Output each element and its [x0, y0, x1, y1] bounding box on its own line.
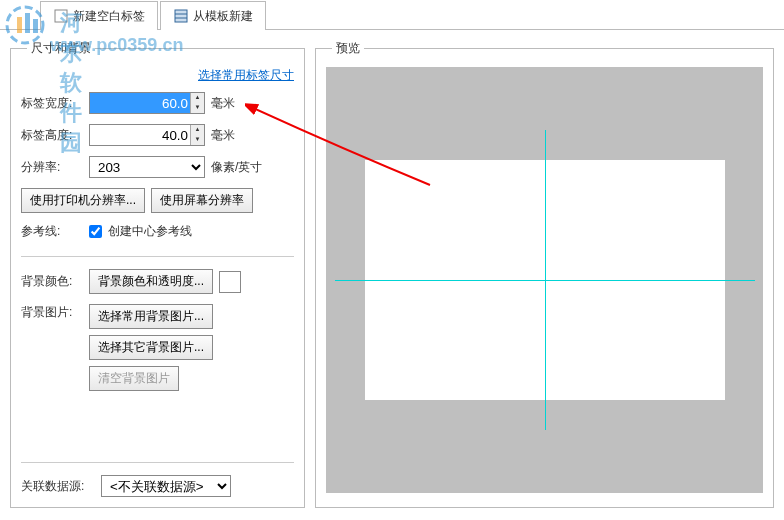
- width-spinner[interactable]: ▲▼: [190, 93, 204, 113]
- label-preview: [365, 160, 725, 400]
- tab-bar: 新建空白标签 从模板新建: [0, 0, 784, 30]
- spin-up-icon[interactable]: ▲: [190, 93, 204, 103]
- guide-cb-label: 创建中心参考线: [108, 223, 192, 240]
- tab-label: 从模板新建: [193, 8, 253, 25]
- dpi-select[interactable]: 203: [89, 156, 205, 178]
- spin-up-icon[interactable]: ▲: [190, 125, 204, 135]
- spin-down-icon[interactable]: ▼: [190, 103, 204, 113]
- height-spinner[interactable]: ▲▼: [190, 125, 204, 145]
- dpi-unit: 像素/英寸: [211, 159, 266, 176]
- bgimg-clear-button[interactable]: 清空背景图片: [89, 366, 179, 391]
- bgcolor-button[interactable]: 背景颜色和透明度...: [89, 269, 213, 294]
- svg-rect-4: [55, 10, 67, 22]
- bgcolor-swatch[interactable]: [219, 271, 241, 293]
- bgimg-label: 背景图片:: [21, 304, 83, 321]
- svg-rect-5: [175, 10, 187, 22]
- common-size-link[interactable]: 选择常用标签尺寸: [21, 67, 294, 84]
- screen-dpi-button[interactable]: 使用屏幕分辨率: [151, 188, 253, 213]
- guide-label: 参考线:: [21, 223, 83, 240]
- bgcolor-label: 背景颜色:: [21, 273, 83, 290]
- size-bg-group: 尺寸和背景 选择常用标签尺寸 标签宽度: ▲▼ 毫米 标签高度: ▲▼ 毫米: [10, 40, 305, 508]
- width-unit: 毫米: [211, 95, 266, 112]
- template-icon: [173, 8, 189, 24]
- height-unit: 毫米: [211, 127, 266, 144]
- height-input[interactable]: [89, 124, 205, 146]
- width-input[interactable]: [89, 92, 205, 114]
- width-label: 标签宽度:: [21, 95, 83, 112]
- datasource-label: 关联数据源:: [21, 478, 95, 495]
- tab-label: 新建空白标签: [73, 8, 145, 25]
- datasource-select[interactable]: <不关联数据源>: [101, 475, 231, 497]
- bgimg-other-button[interactable]: 选择其它背景图片...: [89, 335, 213, 360]
- separator: [21, 256, 294, 257]
- bgimg-common-button[interactable]: 选择常用背景图片...: [89, 304, 213, 329]
- spin-down-icon[interactable]: ▼: [190, 135, 204, 145]
- separator: [21, 462, 294, 463]
- size-bg-legend: 尺寸和背景: [27, 40, 95, 57]
- tab-new-blank[interactable]: 新建空白标签: [40, 1, 158, 30]
- printer-dpi-button[interactable]: 使用打印机分辨率...: [21, 188, 145, 213]
- guide-checkbox[interactable]: [89, 225, 102, 238]
- preview-legend: 预览: [332, 40, 364, 57]
- preview-canvas: [326, 67, 763, 493]
- blank-icon: [53, 8, 69, 24]
- preview-group: 预览: [315, 40, 774, 508]
- tab-new-template[interactable]: 从模板新建: [160, 1, 266, 30]
- height-label: 标签高度:: [21, 127, 83, 144]
- dpi-label: 分辨率:: [21, 159, 83, 176]
- guide-vertical: [545, 130, 546, 430]
